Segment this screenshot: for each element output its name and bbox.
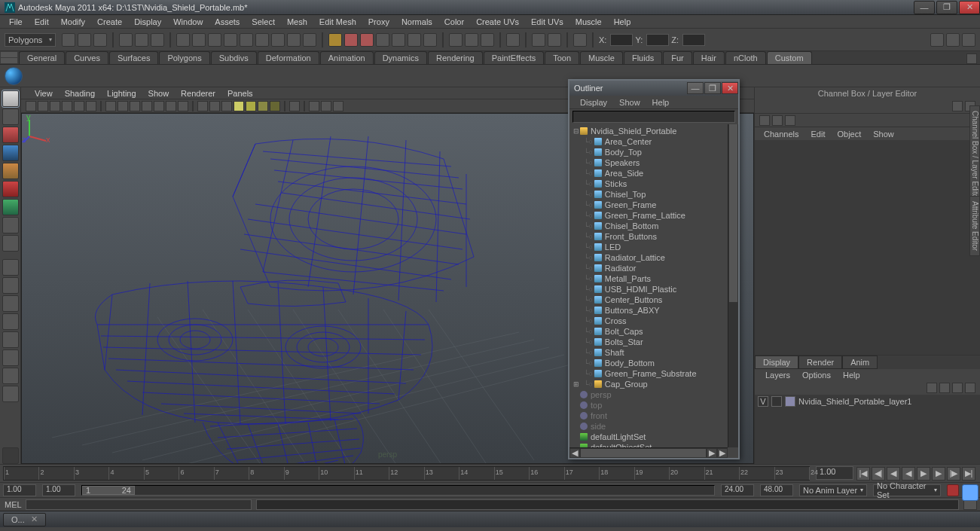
range-end-inner[interactable]: 24.00 xyxy=(721,484,754,496)
layer-tab-render[interactable]: Render xyxy=(798,356,842,369)
render-globals-icon[interactable] xyxy=(376,33,389,47)
attribute-editor-tab[interactable]: Attribute Editor xyxy=(969,196,980,256)
paint-select-tool-icon[interactable] xyxy=(2,127,19,143)
render-region-icon[interactable] xyxy=(360,33,374,47)
shelf-tab-painteffects[interactable]: PaintEffects xyxy=(484,51,545,64)
scroll-right2-icon[interactable]: ▶ xyxy=(717,448,728,458)
snap-misc2-icon[interactable] xyxy=(287,33,301,47)
shelf-tab-subdivs[interactable]: Subdivs xyxy=(211,51,257,64)
shelf-toggle-icon[interactable] xyxy=(1,52,17,57)
anim-layer-combo[interactable]: No Anim Layer xyxy=(799,484,867,496)
vp-film-gate-icon[interactable] xyxy=(118,101,128,111)
vp-xray-joints-icon[interactable] xyxy=(321,101,331,111)
outliner-item[interactable]: └○Body_Top xyxy=(569,147,738,157)
outliner-item[interactable]: side xyxy=(569,421,738,432)
snap-grid-icon[interactable] xyxy=(176,33,190,47)
shelf-tab-muscle[interactable]: Muscle xyxy=(580,51,623,64)
tool-settings-toggle-icon[interactable] xyxy=(946,33,960,47)
script-editor-icon[interactable] xyxy=(2,386,19,402)
snap-curve-icon[interactable] xyxy=(192,33,206,47)
layer-tab-anim[interactable]: Anim xyxy=(842,356,878,369)
layer-new-selected-icon[interactable] xyxy=(965,383,975,393)
vp-menu-shading[interactable]: Shading xyxy=(59,89,101,98)
outliner-item[interactable]: └○Chisel_Top xyxy=(569,189,738,200)
vp-gate-mask-icon[interactable] xyxy=(142,101,152,111)
menu-normals[interactable]: Normals xyxy=(395,16,438,28)
menu-edit[interactable]: Edit xyxy=(29,16,55,28)
menu-muscle[interactable]: Muscle xyxy=(569,16,608,28)
shelf-tab-general[interactable]: General xyxy=(19,51,65,64)
taskbar-outliner-button[interactable]: O...✕ xyxy=(3,513,46,526)
layer-type-toggle[interactable] xyxy=(771,396,782,407)
outliner-menu-help[interactable]: Help xyxy=(646,98,676,107)
command-language-label[interactable]: MEL xyxy=(0,500,23,509)
play-forward-button[interactable]: ▶ xyxy=(917,467,930,481)
menu-createuvs[interactable]: Create UVs xyxy=(470,16,525,28)
outliner-close-button[interactable]: ✕ xyxy=(722,82,738,94)
outliner-item[interactable]: └○Green_Frame_Substrate xyxy=(569,368,738,379)
shelf-tab-dynamics[interactable]: Dynamics xyxy=(374,51,427,64)
outliner-item[interactable]: └○Bolts_Star xyxy=(569,337,738,347)
vp-select-camera-icon[interactable] xyxy=(26,101,36,111)
layer-row[interactable]: V Nvidia_Shield_Portable_layer1 xyxy=(755,395,980,408)
persp-blank-icon[interactable] xyxy=(2,368,19,384)
outliner-item[interactable]: ⊟Nvidia_Shield_Portable xyxy=(569,126,738,136)
menu-file[interactable]: File xyxy=(3,16,29,28)
vp-menu-renderer[interactable]: Renderer xyxy=(175,89,221,98)
cb-menu-channels[interactable]: Channels xyxy=(758,130,804,139)
coord-x-field[interactable] xyxy=(610,34,633,46)
range-start-outer[interactable]: 1.00 xyxy=(3,484,36,496)
menu-assets[interactable]: Assets xyxy=(209,16,246,28)
four-view-icon[interactable] xyxy=(2,277,19,294)
command-input[interactable] xyxy=(26,499,252,510)
menu-display[interactable]: Display xyxy=(128,16,167,28)
vp-res-gate-icon[interactable] xyxy=(130,101,140,111)
vp-shadow-icon[interactable] xyxy=(246,101,256,111)
open-scene-icon[interactable] xyxy=(78,33,91,47)
vp-2d-pan-icon[interactable] xyxy=(74,101,84,111)
goto-end-button[interactable]: ▶| xyxy=(962,467,975,481)
render-misc-icon[interactable] xyxy=(408,33,421,47)
save-scene-icon[interactable] xyxy=(93,33,107,47)
persp-outliner-icon[interactable] xyxy=(2,295,19,312)
shelf-tab-surfaces[interactable]: Surfaces xyxy=(109,51,158,64)
outliner-item[interactable]: └○Green_Frame xyxy=(569,200,738,210)
outliner-item[interactable]: └○Front_Buttons xyxy=(569,231,738,242)
hypershade-persp-icon[interactable] xyxy=(2,331,19,348)
vp-ao-icon[interactable] xyxy=(270,101,280,111)
layer-visibility-toggle[interactable]: V xyxy=(758,396,768,407)
menu-edituvs[interactable]: Edit UVs xyxy=(525,16,569,28)
menu-mesh[interactable]: Mesh xyxy=(281,16,313,28)
select-by-object-icon[interactable] xyxy=(135,33,148,47)
scroll-left-icon[interactable]: ◀ xyxy=(569,448,580,458)
outliner-item[interactable]: persp xyxy=(569,389,738,400)
menu-help[interactable]: Help xyxy=(608,16,637,28)
shelf-tab-polygons[interactable]: Polygons xyxy=(159,51,209,64)
auto-key-toggle[interactable] xyxy=(947,484,959,496)
outliner-item[interactable]: └○Shaft xyxy=(569,347,738,358)
last-tool-icon[interactable] xyxy=(2,447,19,464)
output-operation-icon[interactable] xyxy=(465,33,478,47)
vp-xray-icon[interactable] xyxy=(309,101,319,111)
outliner-scrollbar-v[interactable] xyxy=(728,124,738,447)
cb-menu-object[interactable]: Object xyxy=(831,130,867,139)
close-button[interactable]: ✕ xyxy=(959,1,980,14)
render-view-icon[interactable] xyxy=(392,33,405,47)
outliner-item[interactable]: └○Buttons_ABXY xyxy=(569,305,738,316)
outliner-item[interactable]: └○Area_Side xyxy=(569,168,738,179)
step-back-button[interactable]: ◀ xyxy=(887,467,900,481)
teamviewer-icon[interactable] xyxy=(962,484,978,501)
outliner-item[interactable]: └○Body_Bottom xyxy=(569,358,738,368)
rotate-tool-icon[interactable] xyxy=(2,163,19,179)
minimize-button[interactable]: — xyxy=(914,1,935,14)
shelf-tab-fluids[interactable]: Fluids xyxy=(624,51,662,64)
snap-live-icon[interactable] xyxy=(240,33,253,47)
vp-bookmark-icon[interactable] xyxy=(50,101,60,111)
render-misc2-icon[interactable] xyxy=(423,33,437,47)
range-start-inner[interactable]: 1.00 xyxy=(42,484,75,496)
show-manips2-icon[interactable] xyxy=(548,33,561,47)
cb-menu-edit[interactable]: Edit xyxy=(804,130,831,139)
shelf-tab-fur[interactable]: Fur xyxy=(663,51,692,64)
outliner-item[interactable]: └○Bolt_Caps xyxy=(569,326,738,337)
outliner-item[interactable]: └○Sticks xyxy=(569,179,738,189)
